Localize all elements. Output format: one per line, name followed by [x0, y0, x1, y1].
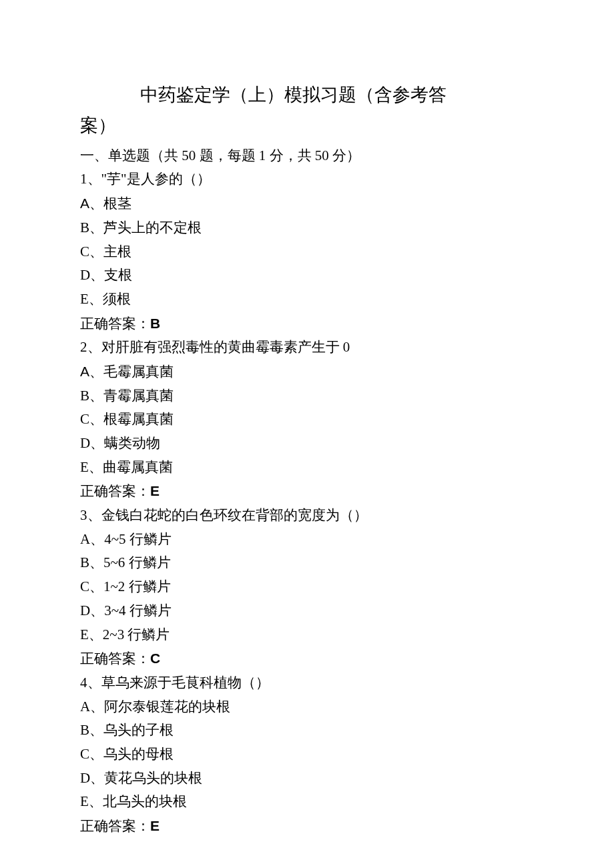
question-option: B、乌头的子根: [80, 719, 534, 743]
answer-line: 正确答案：C: [80, 646, 534, 671]
answer-line: 正确答案：B: [80, 312, 534, 336]
answer-value: E: [150, 483, 160, 498]
answer-line: 正确答案：E: [80, 479, 534, 504]
option-text: 、毛霉属真菌: [89, 364, 174, 380]
question-stem: 4、草乌来源于毛茛科植物（）: [80, 671, 534, 695]
title-block: 中药鉴定学（上）模拟习题（含参考答 案）: [80, 80, 534, 141]
question-option: E、北乌头的块根: [80, 790, 534, 814]
option-letter: A: [80, 195, 89, 211]
question-option: C、主根: [80, 240, 534, 264]
question-option: C、1~2 行鳞片: [80, 575, 534, 599]
option-letter: A: [80, 364, 89, 379]
question-option: A、阿尔泰银莲花的块根: [80, 695, 534, 719]
question-option: D、3~4 行鳞片: [80, 599, 534, 623]
question-list: 1、"芋"是人参的（）A、根茎B、芦头上的不定根C、主根D、支根E、须根正确答案…: [80, 167, 534, 838]
question-option: B、青霉属真菌: [80, 384, 534, 408]
question-option: C、乌头的母根: [80, 743, 534, 767]
question-option: E、曲霉属真菌: [80, 456, 534, 480]
question-stem: 3、金钱白花蛇的白色环纹在背部的宽度为（）: [80, 504, 534, 528]
question-stem: 2、对肝脏有强烈毒性的黄曲霉毒素产生于 0: [80, 336, 534, 360]
question-stem: 1、"芋"是人参的（）: [80, 167, 534, 191]
question-option: E、须根: [80, 288, 534, 312]
question-option: B、芦头上的不定根: [80, 216, 534, 240]
document-title-line2: 案）: [80, 111, 534, 141]
document-page: 中药鉴定学（上）模拟习题（含参考答 案） 一、单选题（共 50 题，每题 1 分…: [0, 0, 614, 868]
answer-label: 正确答案：: [80, 316, 150, 332]
question-option: B、5~6 行鳞片: [80, 551, 534, 575]
question-option: D、螨类动物: [80, 432, 534, 456]
answer-value: C: [150, 650, 160, 666]
question-option: A、毛霉属真菌: [80, 360, 534, 384]
question-option: D、黄花乌头的块根: [80, 767, 534, 791]
answer-label: 正确答案：: [80, 650, 150, 667]
question-option: A、根茎: [80, 191, 534, 216]
answer-value: E: [150, 818, 160, 833]
question-option: D、支根: [80, 264, 534, 288]
document-title-line1: 中药鉴定学（上）模拟习题（含参考答: [80, 85, 446, 105]
answer-label: 正确答案：: [80, 818, 150, 834]
question-option: E、2~3 行鳞片: [80, 623, 534, 647]
answer-value: B: [150, 316, 160, 331]
section-header: 一、单选题（共 50 题，每题 1 分，共 50 分）: [80, 144, 534, 168]
answer-label: 正确答案：: [80, 483, 150, 499]
question-option: A、4~5 行鳞片: [80, 528, 534, 552]
answer-line: 正确答案：E: [80, 814, 534, 839]
option-text: 、根茎: [89, 195, 131, 211]
question-option: C、根霉属真菌: [80, 408, 534, 432]
